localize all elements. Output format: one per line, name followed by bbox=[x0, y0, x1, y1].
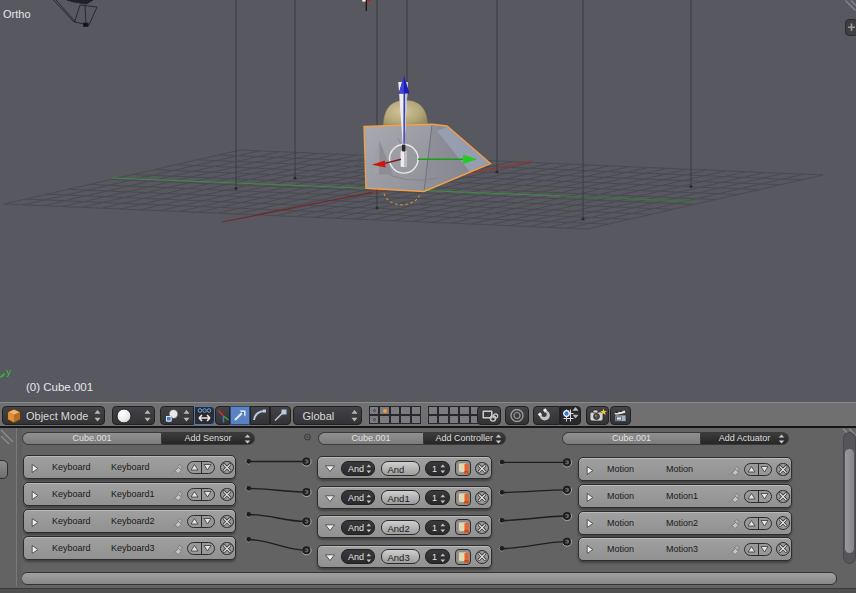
svg-text:y: y bbox=[6, 366, 11, 377]
